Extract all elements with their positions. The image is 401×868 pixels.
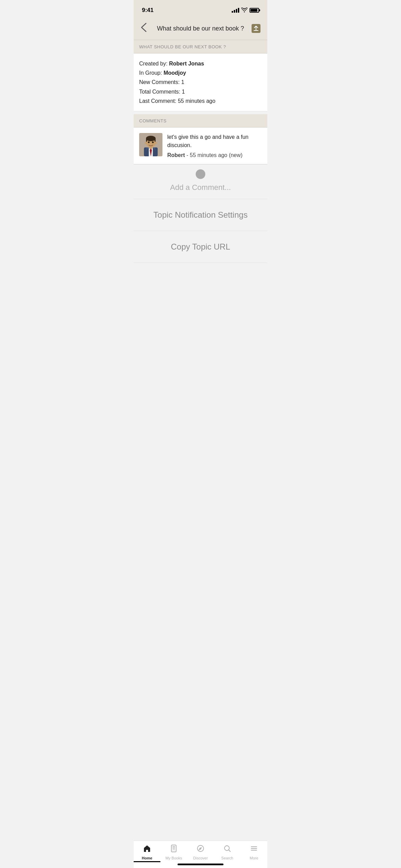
last-comment-label: Last Comment:: [139, 98, 176, 104]
comment-author: Robert: [167, 152, 185, 158]
nav-title: What should be our next book ?: [151, 25, 250, 32]
svg-point-12: [155, 142, 157, 144]
comment-time: - 55 minutes ago (new): [186, 152, 243, 158]
action-section: Topic Notification Settings Copy Topic U…: [134, 199, 267, 263]
svg-point-10: [152, 141, 154, 143]
new-comments-value: 1: [181, 79, 184, 85]
in-group-line: In Group: Moodjoy: [139, 68, 262, 77]
divider-circle-icon: [196, 169, 205, 179]
new-comments-label: New Comments:: [139, 79, 180, 85]
total-comments-line: Total Comments: 1: [139, 87, 262, 96]
add-comment-button[interactable]: Add a Comment...: [134, 179, 267, 199]
created-by-line: Created by: Robert Jonas: [139, 59, 262, 68]
status-time: 9:41: [142, 7, 154, 14]
last-comment-value: 55 minutes ago: [178, 98, 215, 104]
nav-header: What should be our next book ?: [134, 19, 267, 40]
wifi-icon: [241, 8, 247, 13]
notification-settings-label: Topic Notification Settings: [154, 210, 248, 219]
last-comment-line: Last Comment: 55 minutes ago: [139, 96, 262, 106]
add-comment-label: Add a Comment...: [170, 183, 231, 192]
comments-list: let's give this a go and have a fun disc…: [134, 128, 267, 164]
upload-button[interactable]: [250, 24, 260, 33]
topic-section-label: WHAT SHOULD BE OUR NEXT BOOK ?: [139, 44, 226, 49]
svg-rect-8: [155, 138, 156, 142]
total-comments-label: Total Comments:: [139, 89, 180, 95]
comment-content: let's give this a go and have a fun disc…: [167, 133, 262, 158]
battery-icon: [250, 8, 259, 13]
divider-section: [134, 164, 267, 179]
copy-url-button[interactable]: Copy Topic URL: [134, 231, 267, 263]
comments-section-header: COMMENTS: [134, 114, 267, 128]
total-comments-value: 1: [182, 89, 185, 95]
avatar: [139, 133, 162, 156]
comment-meta: Robert - 55 minutes ago (new): [167, 152, 262, 158]
topic-section-header: WHAT SHOULD BE OUR NEXT BOOK ?: [134, 40, 267, 53]
svg-rect-7: [146, 138, 147, 142]
comment-text: let's give this a go and have a fun disc…: [167, 133, 262, 149]
in-group-label: In Group:: [139, 70, 162, 76]
created-by-name: Robert Jonas: [169, 61, 204, 67]
new-comments-line: New Comments: 1: [139, 77, 262, 87]
svg-point-11: [145, 142, 147, 144]
comment-item: let's give this a go and have a fun disc…: [134, 128, 267, 164]
in-group-name: Moodjoy: [163, 70, 186, 76]
topic-info: Created by: Robert Jonas In Group: Moodj…: [134, 53, 267, 111]
svg-point-6: [146, 136, 156, 141]
back-button[interactable]: [141, 23, 151, 34]
comments-section-label: COMMENTS: [139, 118, 167, 123]
status-icons: [232, 8, 259, 13]
notification-settings-button[interactable]: Topic Notification Settings: [134, 199, 267, 231]
created-by-label: Created by:: [139, 61, 168, 67]
copy-url-label: Copy Topic URL: [171, 242, 230, 251]
signal-bars-icon: [232, 8, 239, 13]
status-bar: 9:41: [134, 0, 267, 19]
empty-space: [134, 263, 267, 331]
svg-point-9: [148, 141, 150, 143]
